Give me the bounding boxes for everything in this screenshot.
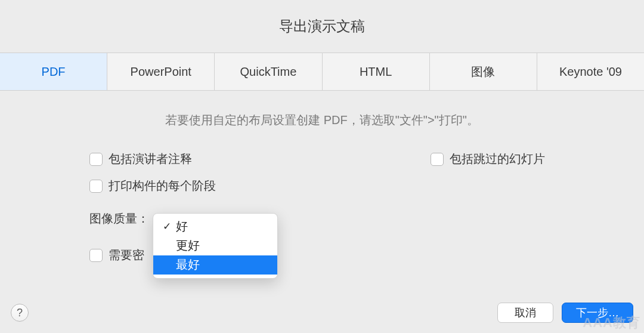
tab-keynote09[interactable]: Keynote '09 (537, 53, 644, 90)
quality-option-better[interactable]: 更好 (153, 236, 277, 255)
checkbox-skipped-slides[interactable] (431, 153, 444, 166)
tab-html[interactable]: HTML (323, 53, 430, 90)
checkbox-print-stages[interactable] (89, 180, 103, 193)
checkbox-presenter-notes[interactable] (89, 153, 103, 166)
image-quality-dropdown: ✓ 好 更好 最好 (153, 213, 278, 279)
content-area: 若要使用自定的布局设置创建 PDF，请选取"文件">"打印"。 包括演讲者注释 … (0, 91, 644, 263)
hint-text: 若要使用自定的布局设置创建 PDF，请选取"文件">"打印"。 (89, 112, 555, 128)
dialog-title: 导出演示文稿 (0, 0, 644, 53)
footer: ? 取消 下一步… (0, 298, 644, 333)
checkmark-icon: ✓ (162, 220, 172, 233)
quality-option-label: 更好 (176, 238, 200, 254)
quality-option-best[interactable]: 最好 (153, 255, 277, 275)
help-button[interactable]: ? (11, 304, 29, 322)
tab-powerpoint[interactable]: PowerPoint (107, 53, 215, 90)
quality-option-label: 最好 (176, 257, 200, 273)
tab-quicktime[interactable]: QuickTime (215, 53, 322, 90)
tab-pdf[interactable]: PDF (0, 53, 107, 90)
checkbox-require-password[interactable] (89, 249, 103, 262)
cancel-button[interactable]: 取消 (497, 303, 553, 323)
label-skipped-slides: 包括跳过的幻灯片 (450, 151, 545, 167)
label-print-stages: 打印构件的每个阶段 (109, 178, 216, 194)
next-button[interactable]: 下一步… (562, 303, 633, 323)
tab-images[interactable]: 图像 (430, 53, 537, 90)
label-image-quality: 图像质量： (89, 211, 149, 227)
quality-option-good[interactable]: ✓ 好 (153, 217, 277, 236)
label-require-password: 需要密 (109, 247, 144, 263)
quality-option-label: 好 (176, 218, 188, 235)
export-format-tabs: PDF PowerPoint QuickTime HTML 图像 Keynote… (0, 53, 644, 91)
label-presenter-notes: 包括演讲者注释 (109, 151, 192, 167)
